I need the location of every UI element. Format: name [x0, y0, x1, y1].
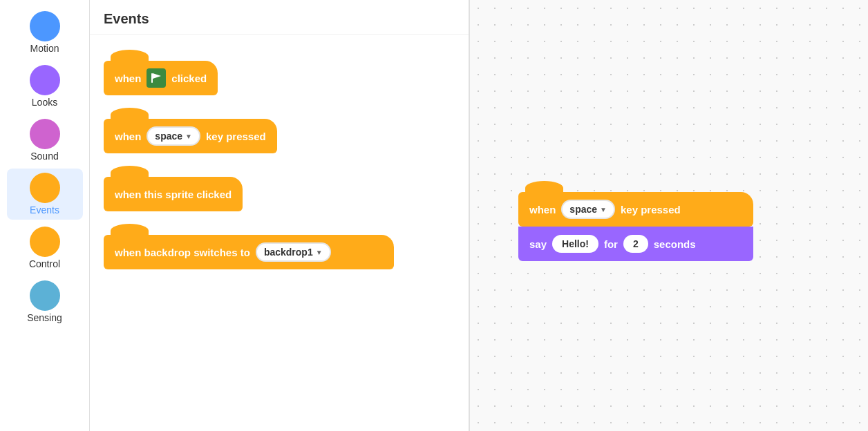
flag-icon: [147, 68, 166, 88]
block-text-when: when: [115, 73, 141, 84]
key-dropdown-value: space: [155, 131, 182, 142]
sidebar-item-sound[interactable]: Sound: [7, 115, 83, 166]
backdrop-dropdown-arrow: ▼: [316, 249, 323, 256]
when-sprite-clicked-block[interactable]: when this sprite clicked: [104, 177, 243, 211]
sidebar-label-control: Control: [29, 258, 60, 269]
motion-icon: [30, 11, 60, 41]
key-dropdown[interactable]: space ▼: [147, 126, 200, 146]
script-say-block[interactable]: say Hello! for 2 seconds: [518, 227, 753, 261]
script-text-seconds: seconds: [654, 238, 696, 250]
script-seconds-oval[interactable]: 2: [623, 235, 648, 253]
sidebar-item-motion[interactable]: Motion: [7, 7, 83, 58]
block-text-when2: when: [115, 131, 141, 142]
block-when-backdrop[interactable]: when backdrop switches to backdrop1 ▼: [104, 235, 455, 269]
block-text-clicked: clicked: [171, 73, 207, 84]
sidebar-item-control[interactable]: Control: [7, 222, 83, 274]
block-when-key-pressed[interactable]: when space ▼ key pressed: [104, 119, 455, 153]
block-when-flag-clicked[interactable]: when clicked: [104, 61, 455, 95]
control-icon: [30, 227, 60, 257]
script-text-say: say: [529, 238, 547, 250]
palette-title: Events: [90, 0, 469, 35]
script-key-dropdown[interactable]: space ▼: [561, 200, 615, 219]
sensing-icon: [30, 280, 60, 311]
events-icon: [30, 173, 60, 203]
script-key-dropdown-value: space: [569, 204, 597, 215]
sidebar-label-looks: Looks: [32, 97, 57, 108]
block-palette: Events when clicked when space: [90, 0, 470, 431]
backdrop-dropdown-value: backdrop1: [264, 247, 313, 258]
script-text-when: when: [529, 204, 556, 216]
script-text-key-pressed: key pressed: [621, 204, 681, 216]
key-dropdown-arrow: ▼: [185, 133, 192, 140]
block-when-sprite-clicked[interactable]: when this sprite clicked: [104, 177, 455, 211]
sidebar-item-looks[interactable]: Looks: [7, 61, 83, 112]
block-text-key-pressed: key pressed: [206, 131, 266, 142]
when-flag-clicked-block[interactable]: when clicked: [104, 61, 218, 95]
sidebar: Motion Looks Sound Events Control Sensin…: [0, 0, 90, 431]
svg-marker-1: [153, 73, 161, 79]
script-when-key-pressed[interactable]: when space ▼ key pressed: [518, 192, 753, 227]
script-block-group: when space ▼ key pressed say Hello! for …: [518, 180, 753, 261]
script-hat-wrapper: when space ▼ key pressed: [518, 192, 753, 227]
when-backdrop-block[interactable]: when backdrop switches to backdrop1 ▼: [104, 235, 394, 269]
block-text-backdrop: when backdrop switches to: [115, 247, 250, 258]
sidebar-item-sensing[interactable]: Sensing: [7, 276, 83, 327]
sidebar-label-sensing: Sensing: [27, 312, 62, 323]
svg-rect-0: [151, 73, 153, 83]
sidebar-label-motion: Motion: [30, 43, 59, 54]
script-key-dropdown-arrow: ▼: [600, 206, 607, 213]
script-hello-oval[interactable]: Hello!: [552, 235, 598, 253]
backdrop-dropdown[interactable]: backdrop1 ▼: [256, 242, 331, 262]
sidebar-label-sound: Sound: [30, 151, 58, 162]
when-key-pressed-block[interactable]: when space ▼ key pressed: [104, 119, 277, 153]
sidebar-item-events[interactable]: Events: [7, 169, 83, 220]
sidebar-label-events: Events: [30, 204, 59, 216]
block-text-sprite-clicked: when this sprite clicked: [115, 189, 232, 200]
palette-block-list: when clicked when space ▼ key pressed: [90, 35, 469, 283]
sound-icon: [30, 119, 60, 149]
script-area: when space ▼ key pressed say Hello! for …: [470, 0, 868, 431]
looks-icon: [30, 65, 60, 95]
script-text-for: for: [604, 238, 618, 250]
